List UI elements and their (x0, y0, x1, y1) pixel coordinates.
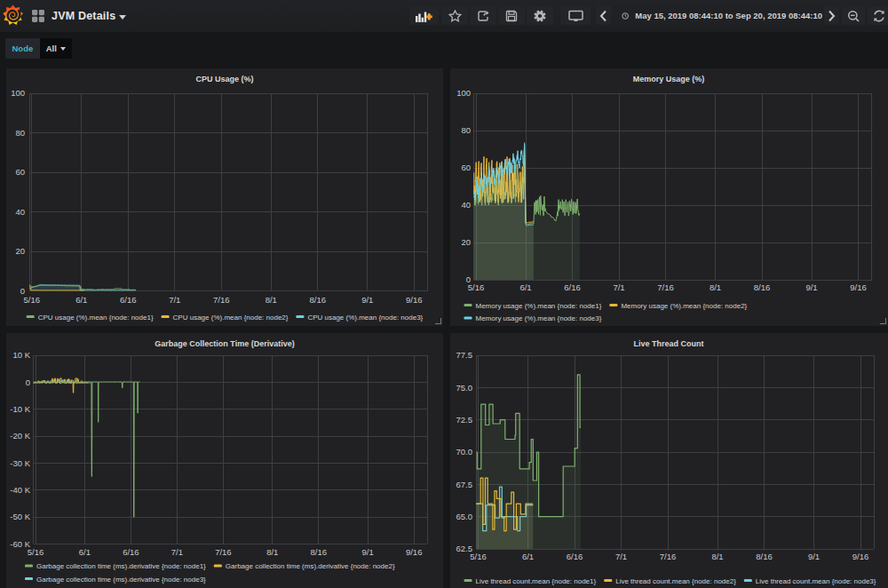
svg-text:40: 40 (15, 207, 25, 217)
svg-text:8/16: 8/16 (754, 282, 771, 292)
svg-text:8/1: 8/1 (266, 547, 278, 557)
svg-text:5/16: 5/16 (28, 547, 44, 557)
svg-text:Live Thread Count: Live Thread Count (633, 339, 703, 348)
svg-text:20: 20 (15, 246, 25, 256)
svg-text:77.5: 77.5 (456, 350, 473, 360)
svg-text:9/16: 9/16 (850, 282, 867, 292)
svg-text:CPU usage (%).mean {node: node: CPU usage (%).mean {node: node2} (173, 314, 289, 322)
svg-text:Live thread count.mean {node:: Live thread count.mean {node: node1} (476, 577, 597, 585)
svg-text:CPU usage (%).mean {node: node: CPU usage (%).mean {node: node1} (38, 314, 154, 322)
svg-text:Memory usage (%).mean {node: n: Memory usage (%).mean {node: node2} (621, 302, 747, 310)
svg-text:Live thread count.mean {node:: Live thread count.mean {node: node2} (615, 577, 736, 585)
svg-text:9/16: 9/16 (406, 547, 423, 557)
svg-text:9/16: 9/16 (406, 295, 423, 305)
svg-text:Garbage collection time (ms).d: Garbage collection time (ms).derivative … (36, 562, 206, 570)
svg-text:-10 K: -10 K (10, 404, 30, 414)
svg-text:Memory usage (%).mean {node: n: Memory usage (%).mean {node: node3} (476, 314, 602, 322)
svg-text:8/16: 8/16 (311, 547, 328, 557)
svg-text:100: 100 (11, 88, 25, 98)
svg-text:8/1: 8/1 (710, 282, 721, 292)
svg-text:8/16: 8/16 (310, 295, 327, 305)
svg-text:-40 K: -40 K (10, 485, 30, 495)
svg-text:75.0: 75.0 (456, 383, 473, 393)
svg-text:8/16: 8/16 (756, 552, 773, 561)
svg-text:72.5: 72.5 (456, 415, 473, 425)
svg-text:6/16: 6/16 (123, 547, 139, 557)
svg-text:9/1: 9/1 (362, 547, 374, 557)
svg-text:40: 40 (461, 200, 471, 210)
svg-text:6/1: 6/1 (79, 547, 91, 557)
svg-text:9/1: 9/1 (808, 552, 820, 561)
svg-text:20: 20 (461, 237, 471, 247)
svg-text:7/16: 7/16 (660, 552, 677, 561)
svg-text:-20 K: -20 K (10, 431, 30, 441)
svg-text:60: 60 (15, 167, 25, 177)
svg-text:80: 80 (461, 125, 471, 135)
svg-text:7/16: 7/16 (215, 547, 232, 557)
svg-text:8/1: 8/1 (266, 295, 277, 305)
svg-text:Live thread count.mean {node:: Live thread count.mean {node: node3} (756, 577, 876, 585)
svg-text:6/16: 6/16 (120, 295, 137, 305)
svg-text:60: 60 (461, 163, 471, 172)
svg-text:10 K: 10 K (12, 350, 30, 360)
svg-text:6/16: 6/16 (567, 552, 583, 561)
svg-text:-30 K: -30 K (10, 458, 30, 468)
svg-text:5/16: 5/16 (468, 282, 485, 292)
svg-text:7/16: 7/16 (213, 295, 230, 305)
svg-text:9/16: 9/16 (852, 552, 869, 561)
svg-text:6/1: 6/1 (75, 295, 87, 305)
svg-text:7/1: 7/1 (169, 295, 180, 305)
svg-text:7/1: 7/1 (615, 552, 627, 561)
svg-text:6/1: 6/1 (519, 282, 531, 292)
svg-text:6/1: 6/1 (522, 552, 534, 561)
svg-text:0: 0 (26, 377, 30, 387)
svg-text:67.5: 67.5 (456, 480, 473, 489)
svg-text:5/16: 5/16 (24, 295, 41, 305)
svg-text:Garbage collection time (ms).d: Garbage collection time (ms).derivative … (226, 562, 395, 570)
svg-text:Memory Usage (%): Memory Usage (%) (633, 75, 705, 83)
svg-text:5/16: 5/16 (470, 552, 487, 561)
svg-text:-50 K: -50 K (10, 512, 30, 521)
svg-text:7/1: 7/1 (613, 282, 624, 292)
svg-text:CPU usage (%).mean {node: node: CPU usage (%).mean {node: node3} (307, 314, 423, 322)
svg-text:9/1: 9/1 (361, 295, 373, 305)
svg-text:7/16: 7/16 (657, 282, 674, 292)
svg-text:CPU Usage (%): CPU Usage (%) (195, 75, 253, 83)
svg-text:8/1: 8/1 (711, 552, 723, 561)
svg-text:7/1: 7/1 (171, 547, 183, 557)
svg-text:Memory usage (%).mean {node: n: Memory usage (%).mean {node: node1} (476, 302, 602, 310)
svg-text:Garbage collection time (ms).d: Garbage collection time (ms).derivative … (36, 576, 206, 584)
svg-text:100: 100 (456, 88, 471, 98)
svg-text:70.0: 70.0 (456, 447, 473, 457)
svg-text:9/1: 9/1 (805, 282, 817, 292)
svg-text:80: 80 (15, 128, 25, 138)
svg-text:Garbage Collection Time (Deriv: Garbage Collection Time (Derivative) (155, 339, 294, 348)
svg-text:65.0: 65.0 (456, 512, 473, 521)
svg-text:6/16: 6/16 (564, 282, 581, 292)
